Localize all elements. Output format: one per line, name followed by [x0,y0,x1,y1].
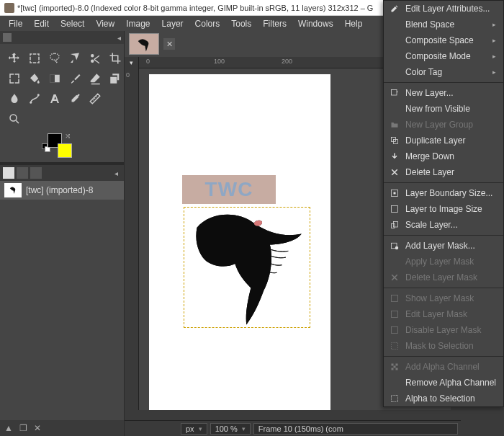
clone-tool-icon[interactable] [107,70,124,87]
svg-rect-9 [392,206,398,213]
menu-edit-layer-attributes[interactable]: Edit Layer Attributes... [384,1,503,17]
menu-delete-layer[interactable]: Delete Layer [384,164,503,180]
swap-colors-icon[interactable]: ⤭ [65,132,71,140]
menu-windows[interactable]: Windows [292,17,339,30]
menu-merge-down[interactable]: Merge Down [384,148,503,164]
zoom-dropdown[interactable]: 100 % [210,423,251,435]
smudge-tool-icon[interactable] [6,90,23,107]
text-tool-icon[interactable] [46,90,63,107]
rect-select-tool-icon[interactable] [26,50,43,67]
fuzzy-select-tool-icon[interactable] [66,50,84,67]
menu-colors[interactable]: Colors [189,17,226,30]
paintbrush-tool-icon[interactable] [66,70,84,87]
ruler-h-tick: 200 [282,58,292,65]
eraser-tool-icon[interactable] [86,70,104,87]
checkbox-icon [390,325,400,335]
scissors-tool-icon[interactable] [86,50,104,67]
mask-delete-icon [390,272,400,282]
crop-tool-icon[interactable] [107,50,124,67]
status-layer-label: Frame 10 (150ms) (com [253,423,458,435]
close-tab-icon[interactable]: ✕ [163,38,175,50]
menu-duplicate-layer[interactable]: Duplicate Layer [384,133,503,148]
color-swatches: ⤭ [0,130,124,162]
images-tab-icon[interactable] [3,167,14,179]
menu-tools[interactable]: Tools [225,17,257,30]
toolbox-tab-icon[interactable] [3,33,12,42]
gradient-tool-icon[interactable] [46,70,63,87]
svg-rect-22 [396,368,398,370]
folder-icon [390,120,400,130]
toolbox-tab-menu-icon[interactable]: ◂ [117,34,121,42]
menu-view[interactable]: View [90,17,120,30]
image-thumb [4,183,22,197]
app-logo-icon [4,3,14,13]
menu-color-tag[interactable]: Color Tag [384,64,503,80]
menu-filters[interactable]: Filters [257,17,292,30]
svg-rect-16 [392,327,398,334]
layer-context-menu: Edit Layer Attributes... Blend Space Com… [383,0,504,407]
menu-disable-layer-mask: Disable Layer Mask [384,322,503,338]
move-tool-icon[interactable] [6,50,23,67]
menu-add-alpha-channel: Add Alpha Channel [384,359,503,375]
svg-rect-21 [392,368,394,370]
menu-alpha-to-selection[interactable]: Alpha to Selection [384,391,503,406]
ruler-origin-icon[interactable]: ▾ [125,57,139,68]
menu-add-layer-mask[interactable]: Add Layer Mask... [384,238,503,254]
zoom-tool-icon[interactable] [6,110,23,128]
menu-composite-mode[interactable]: Composite Mode [384,48,503,64]
menu-edit[interactable]: Edit [28,17,55,30]
svg-rect-18 [392,364,394,366]
edit-icon [390,4,400,14]
bucket-fill-tool-icon[interactable] [26,70,43,87]
menu-file[interactable]: File [3,17,28,30]
free-select-tool-icon[interactable] [46,50,63,67]
menu-layer-to-image-size[interactable]: Layer to Image Size [384,201,503,217]
menu-image[interactable]: Image [120,17,156,30]
horizontal-scrollbar[interactable] [139,410,451,420]
menu-layer-boundary-size[interactable]: Layer Boundary Size... [384,185,503,201]
menu-select[interactable]: Select [55,17,90,30]
svg-rect-15 [392,311,398,318]
dock-tab2-icon[interactable] [17,167,28,179]
dock-tab3-icon[interactable] [30,167,42,179]
ruler-h-tick: 100 [214,58,225,65]
svg-rect-11 [394,222,398,228]
menu-help[interactable]: Help [339,17,369,30]
ruler-vertical[interactable]: 0 [125,68,139,410]
checkbox-icon [390,293,400,303]
raise-image-icon[interactable]: ▲ [3,422,14,434]
menu-scale-layer[interactable]: Scale Layer... [384,217,503,233]
delete-image-icon[interactable]: ✕ [32,422,43,434]
bird-layer-content [184,205,312,332]
menu-new-layer[interactable]: New Layer... [384,85,503,101]
checkbox-icon [390,309,400,319]
image-list-item[interactable]: [twc] (imported)-8 [0,181,124,200]
nav-preview-icon[interactable] [451,410,461,420]
dock-tab-menu-icon[interactable]: ◂ [112,169,121,177]
measure-tool-icon[interactable] [86,90,104,107]
mask-add-icon [390,241,400,251]
svg-rect-17 [392,343,398,350]
menu-remove-alpha-channel[interactable]: Remove Alpha Channel [384,375,503,391]
image-tab[interactable] [129,33,159,55]
new-display-icon[interactable]: ❐ [17,422,29,434]
scale-icon [390,220,400,230]
merge-down-icon [390,151,400,161]
ruler-h-tick: 0 [146,58,150,65]
menu-blend-space[interactable]: Blend Space [384,17,503,32]
transform-tool-icon[interactable] [6,70,23,87]
color-picker-tool-icon[interactable] [66,90,84,107]
menu-apply-layer-mask: Apply Layer Mask [384,254,503,270]
unit-dropdown[interactable]: px [181,423,207,435]
path-tool-icon[interactable] [26,90,43,107]
menu-new-from-visible[interactable]: New from Visible [384,101,503,117]
svg-rect-20 [394,366,396,368]
menu-edit-layer-mask: Edit Layer Mask [384,306,503,322]
background-color-swatch[interactable] [58,143,72,158]
menu-delete-layer-mask: Delete Layer Mask [384,270,503,285]
svg-rect-1 [50,75,55,83]
menu-layer[interactable]: Layer [156,17,189,30]
alpha-selection-icon [390,393,400,404]
menu-composite-space[interactable]: Composite Space [384,32,503,48]
selection-icon [390,341,400,351]
